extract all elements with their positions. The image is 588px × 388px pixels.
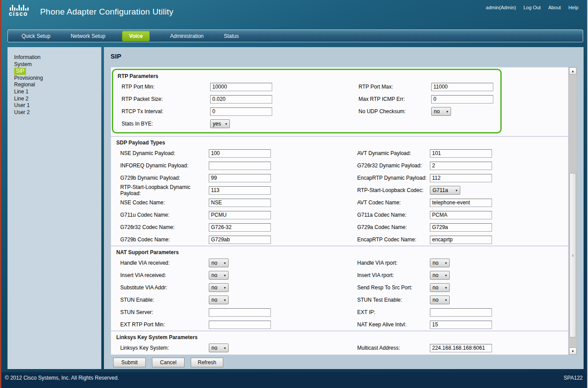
send-resp-to-src-port-select[interactable]: no▼ [430,283,450,292]
sidebar-item-provisioning[interactable]: Provisioning [14,75,101,82]
field-label: RTP-Start-Loopback Codec: [357,187,430,193]
no-udp-checksum-select[interactable]: no▼ [431,107,451,116]
field-label: G729b Codec Name: [120,236,209,243]
field-label: AVT Codec Name: [357,200,430,206]
settings-row: RTP Port Min:RTP Port Max: [113,81,500,93]
avt-codec-name-input[interactable] [430,199,492,207]
insert-via-received-select[interactable]: no▼ [209,271,229,280]
handle-via-rport-select[interactable]: no▼ [430,259,450,267]
settings-row: G729b Codec Name:EncapRTP Codec Name: [111,233,568,246]
field-label: STUN Test Enable: [357,297,430,303]
encaprtp-codec-name-input[interactable] [430,236,492,244]
g726r32-dynamic-payload-input[interactable] [430,162,492,170]
avt-dynamic-payload-input[interactable] [430,149,492,158]
field-label: NSE Codec Name: [120,200,209,206]
sidebar-item-line-2[interactable]: Line 2 [14,96,101,103]
rtp-start-loopback-codec-select[interactable]: G711a▼ [430,186,460,195]
scroll-down-icon[interactable]: ▼ [569,347,577,355]
select-value: no [211,272,217,278]
rtcp-tx-interval-input[interactable] [210,107,272,116]
settings-row: INFOREQ Dynamic Payload:G726r32 Dynamic … [111,159,568,172]
rtp-port-max-input[interactable] [431,83,493,91]
stun-test-enable-select[interactable]: no▼ [430,296,450,304]
app-window: cisco Phone Adapter Configuration Utilit… [0,0,588,388]
main-nav: Quick SetupNetwork SetupVoiceAdministrat… [7,30,583,42]
g726r32-codec-name-input[interactable] [209,223,271,232]
sidebar-item-information[interactable]: Information [14,54,101,61]
model-label: SPA122 [564,375,583,388]
g729b-dynamic-payload-input[interactable] [209,174,271,182]
chevron-down-icon: ▼ [223,299,226,302]
page-title: SIP [111,52,121,60]
insert-via-rport-select[interactable]: no▼ [430,271,450,280]
handle-via-received-select[interactable]: no▼ [209,259,229,267]
section-title: SDP Payload Types [111,137,568,147]
stats-in-bye-select[interactable]: yes▼ [210,119,230,128]
stun-server-input[interactable] [209,308,271,317]
rtp-packet-size-input[interactable] [210,95,272,103]
cisco-bars-icon [9,4,35,11]
scrollbar-thumb[interactable]: ≡ [570,173,576,337]
tab-administration[interactable]: Administration [170,33,203,39]
rtp-port-min-input[interactable] [210,83,272,91]
select-value: no [211,297,217,303]
chevron-down-icon: ▼ [444,274,447,277]
sidebar-item-system[interactable]: System [14,61,101,68]
app-title: Phone Adapter Configuration Utility [40,7,174,17]
settings-row: Stats In BYE:yes▼ [113,118,500,130]
field-label: Linksys Key System: [120,345,209,351]
max-rtp-icmp-err-input[interactable] [431,95,493,103]
tab-quick-setup[interactable]: Quick Setup [22,33,50,39]
logout-link[interactable]: Log Out [523,5,540,10]
ext-ip-input[interactable] [430,308,492,317]
chevron-down-icon: ▼ [444,262,447,265]
sidebar-item-sip[interactable]: SIP [14,68,101,75]
scroll-up-icon[interactable]: ▲ [569,67,577,74]
ext-rtp-port-min-input[interactable] [209,321,271,329]
about-link[interactable]: About [548,5,561,10]
field-label: Insert VIA received: [120,272,209,278]
field-label: Send Resp To Src Port: [357,285,430,291]
sidebar-item-user-1[interactable]: User 1 [14,102,101,109]
multicast-address-input[interactable] [430,344,492,352]
cancel-button[interactable]: Cancel [152,358,185,367]
field-label: RTP-Start-Loopback Dynamic Payload: [120,184,209,196]
encaprtp-dynamic-payload-input[interactable] [430,174,492,182]
inforeq-dynamic-payload-input[interactable] [209,162,271,170]
sidebar-item-line-1[interactable]: Line 1 [14,89,101,96]
settings-row: STUN Server:EXT IP: [111,306,568,318]
nat-support-parameters-section: NAT Support ParametersHandle VIA receive… [111,246,568,331]
substitute-via-addr-select[interactable]: no▼ [209,283,229,292]
submit-button[interactable]: Submit [113,358,146,367]
field-label: RTP Port Min: [122,84,210,90]
sidebar-item-user-2[interactable]: User 2 [14,109,101,116]
vertical-scrollbar[interactable]: ▲ ≡ ▼ [569,67,577,355]
tab-voice[interactable]: Voice [122,31,150,41]
tab-network-setup[interactable]: Network Setup [70,33,105,39]
rtp-start-loopback-dynamic-payload-input[interactable] [209,186,271,195]
settings-row: G726r32 Codec Name:G729a Codec Name: [111,221,568,233]
content-area: SIP RTP ParametersRTP Port Min:RTP Port … [104,47,584,369]
g711a-codec-name-input[interactable] [430,211,492,219]
refresh-button[interactable]: Refresh [191,358,223,367]
linksys-key-system-select[interactable]: no▼ [209,344,229,352]
chevron-down-icon: ▼ [223,262,226,265]
current-user-label: admin(Admin) [486,5,516,10]
g729b-codec-name-input[interactable] [209,236,271,244]
help-link[interactable]: Help [568,5,578,10]
chevron-down-icon: ▼ [223,347,226,350]
nse-dynamic-payload-input[interactable] [209,149,271,158]
stun-enable-select[interactable]: no▼ [209,296,229,304]
nat-keep-alive-intvl-input[interactable] [430,321,492,329]
g711u-codec-name-input[interactable] [209,211,271,219]
field-label: G726r32 Codec Name: [120,224,209,230]
settings-row: EXT RTP Port Min:NAT Keep Alive Intvl: [111,318,568,331]
sidebar-item-regional[interactable]: Regional [14,81,101,89]
tab-status[interactable]: Status [224,33,239,39]
settings-row: ▼ [111,354,568,355]
active-item-highlight: SIP [14,68,26,75]
cisco-wordmark: cisco [9,11,35,17]
field-label: NSE Dynamic Payload: [120,150,209,156]
g729a-codec-name-input[interactable] [430,223,492,232]
nse-codec-name-input[interactable] [209,199,271,207]
